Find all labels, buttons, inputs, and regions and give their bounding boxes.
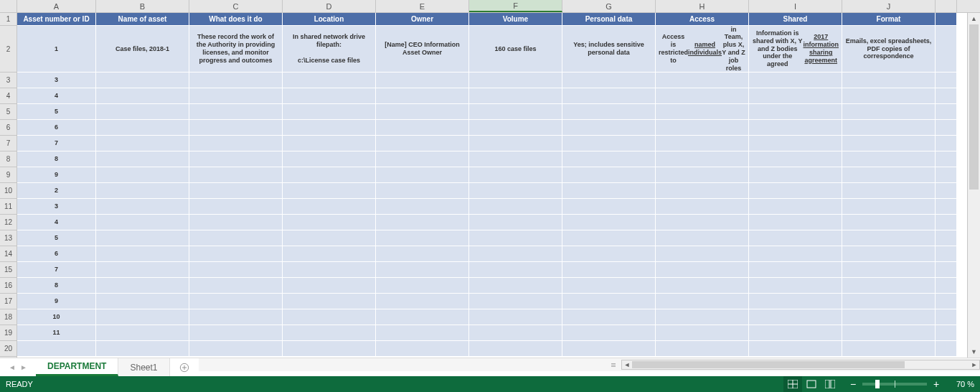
cell[interactable] — [936, 262, 957, 278]
cell[interactable]: 5 — [17, 104, 96, 120]
scroll-up-arrow-icon[interactable]: ▲ — [968, 13, 980, 24]
cell[interactable] — [936, 278, 957, 294]
cell[interactable]: 3 — [17, 73, 96, 88]
cell[interactable] — [189, 88, 283, 104]
horizontal-scroll-thumb[interactable] — [632, 361, 905, 368]
row-header-13[interactable]: 13 — [0, 230, 17, 246]
cell[interactable] — [469, 151, 562, 167]
row-header-1[interactable]: 1 — [0, 13, 17, 26]
cell[interactable] — [283, 88, 376, 104]
cell[interactable] — [749, 278, 842, 294]
cell[interactable]: 9 — [17, 294, 96, 309]
cell[interactable] — [189, 151, 283, 167]
cell[interactable] — [96, 246, 189, 262]
add-sheet-button[interactable] — [170, 358, 199, 376]
column-header-I[interactable]: I — [749, 0, 842, 12]
cell[interactable] — [189, 341, 283, 357]
cell[interactable] — [376, 262, 469, 278]
table-header-cell[interactable]: Volume — [469, 13, 562, 26]
cell[interactable]: Emails, excel spreadsheets, PDF copies o… — [842, 26, 936, 73]
column-header-D[interactable]: D — [283, 0, 376, 12]
table-header-cell[interactable]: Personal data — [562, 13, 656, 26]
cell[interactable] — [283, 183, 376, 199]
cell[interactable] — [189, 199, 283, 215]
cell[interactable] — [936, 325, 957, 341]
cell[interactable] — [96, 278, 189, 294]
cell[interactable] — [376, 341, 469, 357]
cell[interactable] — [189, 262, 283, 278]
cell[interactable] — [749, 151, 842, 167]
cell[interactable] — [842, 136, 936, 151]
cell[interactable] — [749, 167, 842, 183]
cell[interactable]: 2 — [17, 183, 96, 199]
cell[interactable]: 9 — [17, 167, 96, 183]
cell[interactable] — [842, 230, 936, 246]
cell[interactable] — [283, 230, 376, 246]
cell[interactable]: 4 — [17, 215, 96, 230]
cell[interactable] — [189, 120, 283, 136]
cell[interactable] — [749, 262, 842, 278]
cell[interactable] — [656, 309, 749, 325]
cell[interactable] — [842, 341, 936, 357]
cell[interactable] — [96, 325, 189, 341]
cell[interactable] — [936, 73, 957, 88]
cell[interactable] — [562, 73, 656, 88]
cell[interactable]: 7 — [17, 136, 96, 151]
cell[interactable] — [562, 151, 656, 167]
row-header-11[interactable]: 11 — [0, 199, 17, 215]
cell[interactable] — [469, 230, 562, 246]
cell[interactable] — [562, 215, 656, 230]
row-header-9[interactable]: 9 — [0, 167, 17, 183]
cell[interactable] — [376, 73, 469, 88]
cell[interactable] — [189, 215, 283, 230]
cell[interactable] — [562, 246, 656, 262]
column-header-C[interactable]: C — [189, 0, 283, 12]
cell[interactable] — [96, 136, 189, 151]
cell[interactable] — [749, 246, 842, 262]
cell[interactable] — [562, 183, 656, 199]
cell[interactable] — [842, 120, 936, 136]
column-header-B[interactable]: B — [96, 0, 189, 12]
cell[interactable] — [189, 230, 283, 246]
cell[interactable] — [189, 104, 283, 120]
cell[interactable] — [376, 199, 469, 215]
cell[interactable] — [376, 151, 469, 167]
cell[interactable] — [936, 246, 957, 262]
cell[interactable] — [189, 278, 283, 294]
cell[interactable] — [376, 104, 469, 120]
cell[interactable] — [376, 309, 469, 325]
cell[interactable]: 11 — [17, 325, 96, 341]
cell[interactable] — [842, 246, 936, 262]
cell[interactable] — [656, 325, 749, 341]
cell[interactable] — [96, 151, 189, 167]
cell[interactable] — [656, 199, 749, 215]
cell[interactable] — [283, 262, 376, 278]
cell[interactable] — [283, 341, 376, 357]
cell[interactable] — [936, 215, 957, 230]
cell[interactable] — [842, 151, 936, 167]
cell[interactable] — [283, 120, 376, 136]
cell[interactable] — [656, 294, 749, 309]
cell[interactable] — [469, 199, 562, 215]
cell[interactable] — [469, 325, 562, 341]
cell[interactable] — [656, 73, 749, 88]
row-header-16[interactable]: 16 — [0, 278, 17, 294]
cell[interactable] — [283, 278, 376, 294]
view-page-break-button[interactable] — [821, 376, 839, 392]
cell[interactable]: These record the work of the Authority i… — [189, 26, 283, 73]
cell[interactable] — [376, 246, 469, 262]
cell[interactable] — [936, 341, 957, 357]
cell[interactable] — [936, 167, 957, 183]
cell[interactable] — [469, 88, 562, 104]
cell[interactable]: Access is restricted to named individual… — [656, 26, 749, 73]
cell[interactable] — [469, 136, 562, 151]
cell[interactable] — [376, 120, 469, 136]
cell[interactable] — [656, 183, 749, 199]
table-header-cell[interactable]: Access — [656, 13, 749, 26]
horizontal-scrollbar[interactable]: ◄ ► — [621, 360, 980, 370]
column-header-G[interactable]: G — [562, 0, 656, 12]
scroll-left-arrow-icon[interactable]: ◄ — [622, 360, 632, 369]
sheet-tab-department[interactable]: DEPARTMENT — [36, 358, 118, 376]
cell[interactable] — [562, 136, 656, 151]
cell[interactable] — [96, 294, 189, 309]
